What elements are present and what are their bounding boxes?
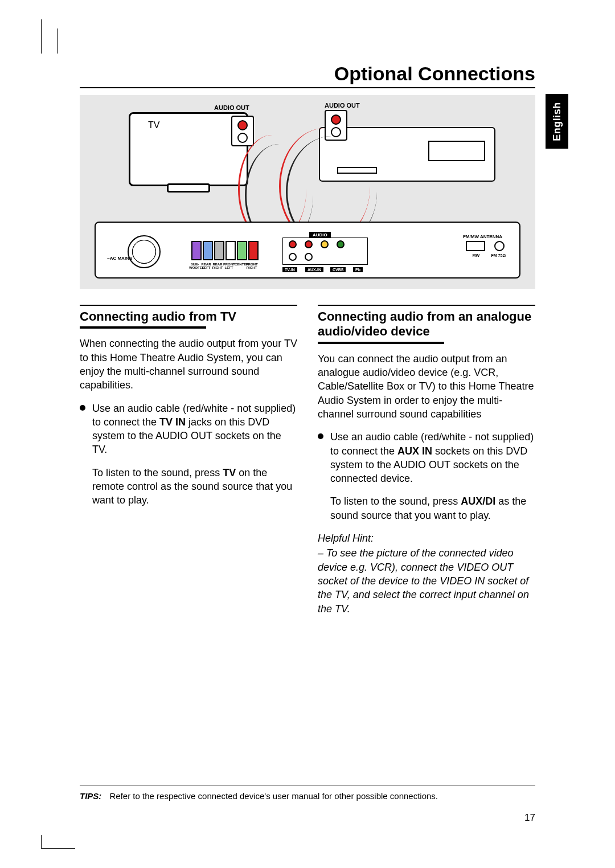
jack-pb — [337, 240, 345, 248]
subwoofer-terminal — [191, 241, 202, 260]
label-sub: SUB-WOOFER — [189, 263, 200, 269]
rear-left-terminal — [203, 241, 213, 260]
left-bullet-1: Use an audio cable (red/white - not supp… — [80, 402, 297, 457]
front-right-terminal — [248, 241, 259, 260]
page-content: Optional Connections English TV AUDIO OU… — [80, 63, 535, 625]
rear-right-terminal — [214, 241, 224, 260]
center-terminal — [237, 241, 247, 260]
vcr-display — [428, 141, 485, 161]
hint-body: – To see the picture of the connected vi… — [318, 546, 535, 615]
jack-cvbs — [321, 240, 329, 248]
language-label: English — [551, 102, 563, 141]
crop-mark — [57, 28, 58, 54]
antenna-label: FM/MW ANTENNA — [463, 234, 502, 239]
hint-label: Helpful Hint: — [318, 531, 535, 545]
label-fl: FRONT LEFT — [223, 263, 235, 269]
tips-body: Refer to the respective connected device… — [110, 791, 438, 801]
bold-text: TV — [223, 467, 236, 478]
bold-text: TV IN — [159, 416, 186, 428]
speaker-terminals — [191, 241, 259, 260]
left-p2: To listen to the sound, press TV on the … — [80, 466, 297, 507]
bold-text: AUX IN — [397, 445, 432, 457]
text: To listen to the sound, press — [330, 496, 461, 507]
tvin-label: TV-IN — [282, 267, 297, 272]
speaker-labels: SUB-WOOFER REAR LEFT REAR RIGHT FRONT LE… — [189, 263, 257, 269]
right-p2: To listen to the sound, press AUX/DI as … — [318, 494, 535, 522]
jack-tvin-l — [289, 253, 297, 261]
heading-underline — [80, 325, 206, 329]
left-heading: Connecting audio from TV — [80, 305, 297, 324]
right-heading: Connecting audio from an analogue audio/… — [318, 305, 535, 339]
cvbs-label: CVBS — [330, 267, 346, 272]
audio-jack-group — [282, 238, 368, 265]
label-rr: REAR RIGHT — [212, 263, 223, 269]
tv-label: TV — [148, 120, 159, 130]
pb-label: Pb — [353, 267, 363, 272]
text-columns: Connecting audio from TV When connecting… — [80, 305, 535, 625]
auxin-label: AUX-IN — [305, 267, 323, 272]
jack-tvin-r — [289, 240, 297, 248]
tv-icon — [129, 112, 248, 186]
label-c: CENTER — [235, 263, 246, 269]
page-title: Optional Connections — [80, 63, 535, 85]
right-column: Connecting audio from an analogue audio/… — [318, 305, 535, 625]
crop-mark — [41, 19, 55, 54]
audio-out-label-1: AUDIO OUT — [214, 104, 249, 111]
language-tab: English — [546, 94, 568, 149]
fm-label: FM 75Ω — [491, 253, 506, 257]
right-bullet-1: Use an audio cable (red/white - not supp… — [318, 430, 535, 485]
tv-audio-out-jacks — [231, 116, 254, 146]
tips-footer: TIPS: Refer to the respective connected … — [80, 785, 535, 801]
jack-auxin-l — [305, 253, 313, 261]
tips-label: TIPS: — [80, 791, 101, 801]
fan-icon — [128, 235, 161, 268]
page-number: 17 — [524, 812, 535, 824]
bold-text: AUX/DI — [461, 496, 495, 507]
label-rl: REAR LEFT — [200, 263, 212, 269]
crop-mark — [41, 835, 75, 849]
rear-panel: ~AC MAINS SUB-WOOFER REAR LEFT REAR RIGH… — [95, 222, 520, 279]
mw-antenna-terminal — [466, 241, 485, 251]
front-left-terminal — [226, 241, 236, 260]
label-fr: FRONT RIGHT — [246, 263, 257, 269]
mw-label: MW — [473, 253, 479, 257]
text: To listen to the sound, press — [92, 467, 223, 478]
left-p1: When connecting the audio output from yo… — [80, 337, 297, 392]
right-p1: You can connect the audio output from an… — [318, 352, 535, 421]
jack-auxin-r — [305, 240, 313, 248]
ac-mains-label: ~AC MAINS — [107, 256, 132, 261]
heading-underline — [318, 341, 444, 344]
title-rule: Optional Connections — [80, 63, 535, 88]
connection-diagram: TV AUDIO OUT AUDIO OUT ~AC MAINS S — [80, 95, 535, 289]
audio-out-label-2: AUDIO OUT — [325, 102, 360, 109]
left-column: Connecting audio from TV When connecting… — [80, 305, 297, 625]
fm-coax-terminal — [494, 241, 505, 251]
